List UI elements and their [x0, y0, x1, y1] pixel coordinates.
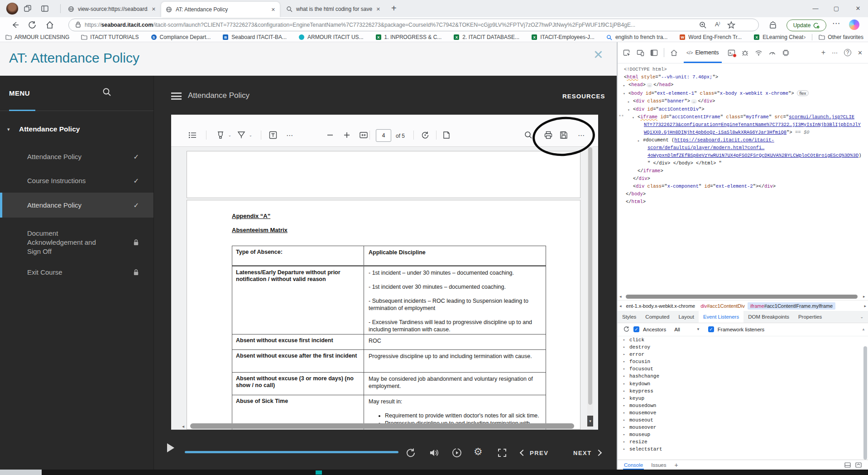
menu-section[interactable]: ▾ Attendance Policy — [0, 123, 153, 138]
fullscreen-icon[interactable] — [497, 448, 507, 458]
settings-dots-icon[interactable]: ⋯ — [832, 19, 841, 28]
bookmark-item[interactable]: ARMOUR ITACIT US... — [298, 34, 364, 40]
drawer-layout-icon[interactable] — [844, 462, 851, 468]
zoom-in-icon[interactable] — [342, 130, 352, 140]
read-aloud-icon[interactable]: A) — [715, 21, 720, 29]
framework-listeners-checkbox[interactable]: ✓ — [708, 326, 714, 332]
chevron-down-icon[interactable]: ⌄ — [249, 133, 252, 137]
bookmark-item[interactable]: XELearning Cheat Sh... — [753, 34, 804, 40]
sidebar-item[interactable]: Document Acknowledgement and Sign Off — [0, 224, 153, 261]
collections-icon[interactable] — [768, 20, 777, 29]
event-listener-row[interactable]: ▸keyup — [618, 395, 862, 402]
browser-tab[interactable]: AT: Attendance Policy✕ — [161, 2, 280, 17]
inspect-icon[interactable] — [623, 49, 631, 57]
close-window-button[interactable]: ✕ — [851, 4, 865, 14]
pdf-search-icon[interactable] — [523, 130, 533, 140]
expander-closed-icon[interactable]: ▸ — [623, 409, 625, 417]
expander-closed-icon[interactable]: ▸ — [623, 365, 625, 373]
dom-tree-line[interactable]: ▸<head>…</head> — [618, 81, 868, 89]
expander-closed-icon[interactable]: ▸ — [638, 137, 640, 145]
dom-tree-line[interactable]: </html> — [618, 198, 868, 206]
sidebar-item[interactable]: Attendance Policy✓ — [0, 145, 153, 169]
event-listener-row[interactable]: ▸mousemove — [618, 409, 862, 417]
breadcrumb-div[interactable]: div#acc1ContentDiv — [698, 302, 748, 310]
draw-pen-icon[interactable] — [236, 130, 246, 140]
bookmark-item[interactable]: ITACIT TUTORIALS — [81, 34, 139, 40]
all-dropdown[interactable]: All — [674, 327, 680, 332]
issues-drawer-tab[interactable]: Issues — [651, 462, 666, 468]
pane-tab-styles[interactable]: Styles — [618, 311, 641, 323]
play-button[interactable] — [164, 442, 176, 454]
copilot-icon[interactable] — [849, 19, 859, 30]
event-listener-row[interactable]: ▸destroy — [618, 344, 862, 351]
sidebar-item[interactable]: Attendance Policy✓ — [0, 193, 153, 218]
replay-icon[interactable] — [405, 447, 416, 458]
expander-closed-icon[interactable]: ▸ — [623, 424, 625, 431]
maximize-button[interactable]: ▢ — [830, 4, 843, 14]
home-icon[interactable] — [45, 20, 54, 29]
update-button[interactable]: Update — [786, 19, 826, 31]
dom-tree-line[interactable]: </iframe> — [618, 167, 868, 175]
event-listener-row[interactable]: ▸mouseover — [618, 424, 862, 431]
event-listener-row[interactable]: ▸mouseup — [618, 431, 862, 438]
address-bar[interactable]: https://seaboard.itacit.com/itacit-scorm… — [68, 19, 759, 31]
breadcrumb-right-arrow[interactable]: ▸ — [862, 304, 868, 308]
network-wifi-icon[interactable] — [755, 49, 762, 57]
bookmark-item[interactable]: ARMOUR LICENSING — [5, 34, 69, 40]
activity-bar-icon[interactable] — [650, 49, 658, 57]
progress-bar[interactable] — [185, 451, 398, 453]
settings-gear-icon[interactable]: ⚙ — [474, 446, 483, 457]
pane-tab-dom-breakpoints[interactable]: DOM Breakpoints — [743, 311, 794, 323]
event-listener-row[interactable]: ▸error — [618, 351, 862, 358]
back-icon[interactable] — [11, 20, 20, 29]
rotate-icon[interactable] — [420, 130, 430, 140]
dom-tree-line[interactable]: ▾<div id="acc1ContentDiv"> — [618, 106, 868, 113]
close-devtools-button[interactable]: ✕ — [858, 49, 863, 56]
dom-tree-line[interactable]: 4oWypxnDlmfZEfBSp8eVzYwRU1N7UX4pFSO2FSrQ… — [618, 152, 868, 160]
welcome-home-icon[interactable] — [670, 49, 678, 57]
add-text-icon[interactable] — [268, 130, 278, 140]
more-tools-icon[interactable]: ⋯ — [286, 131, 296, 141]
menu-search-icon[interactable] — [102, 87, 111, 97]
expander-closed-icon[interactable]: ▸ — [623, 82, 625, 89]
chevron-down-icon[interactable]: ⌄ — [860, 311, 868, 323]
event-listener-row[interactable]: ▸selectstart — [618, 446, 862, 453]
chevron-down-icon[interactable]: ⌄ — [228, 133, 231, 137]
console-tab-icon[interactable] — [728, 49, 735, 57]
zoom-icon[interactable] — [699, 21, 707, 29]
dom-tree-line[interactable]: NT=773226273&configuration=EngineTenantN… — [618, 121, 868, 129]
expander-closed-icon[interactable]: ▸ — [623, 336, 625, 344]
event-listener-row[interactable]: ▸click — [618, 336, 862, 344]
dom-tree-line[interactable]: ▾<body id="ext-element-1" class="x-body … — [618, 89, 868, 97]
expander-closed-icon[interactable]: ▸ — [623, 373, 625, 380]
event-listener-row[interactable]: ▸keypress — [618, 388, 862, 395]
elements-tab[interactable]: </> Elements — [684, 42, 722, 63]
device-emulation-icon[interactable] — [637, 49, 644, 57]
event-listener-row[interactable]: ▸mouseout — [618, 417, 862, 424]
browser-tab[interactable]: view-source:https://seaboard.itaci✕ — [63, 2, 160, 16]
bookmark-item[interactable]: X2. ITACIT DATABASE... — [453, 34, 519, 40]
drawer-expand-icon[interactable] — [855, 462, 862, 468]
bookmark-item[interactable]: SCompliance Depart... — [151, 34, 211, 40]
fit-to-width-icon[interactable] — [359, 130, 369, 140]
tab-close-icon[interactable]: ✕ — [376, 6, 380, 12]
workspaces-icon[interactable] — [24, 5, 32, 13]
url-text[interactable]: https://seaboard.itacit.com/itacit-scorm… — [85, 22, 696, 28]
refresh-listeners-icon[interactable] — [623, 326, 630, 333]
minimize-button[interactable]: — — [809, 4, 822, 14]
new-tab-button[interactable]: + — [391, 4, 397, 13]
performance-icon[interactable] — [768, 49, 776, 57]
resources-button[interactable]: RESOURCES — [562, 93, 605, 100]
page-view-icon[interactable] — [442, 130, 452, 140]
dropdown-arrow-icon[interactable]: ▼ — [696, 327, 700, 331]
expander-closed-icon[interactable]: ▸ — [623, 351, 625, 358]
dom-tree-line[interactable]: scorm/defaultui/player/modern.html?confi… — [618, 144, 868, 152]
scroll-left-arrow[interactable]: ◂ — [619, 294, 622, 299]
taskbar-item[interactable] — [0, 470, 42, 475]
more-tabs-button[interactable]: + — [821, 48, 825, 57]
event-listener-row[interactable]: ▸resize — [618, 438, 862, 446]
sidebar-item[interactable]: Exit Course — [0, 261, 153, 284]
expander-closed-icon[interactable]: ▸ — [623, 344, 625, 351]
breadcrumb-left-arrow[interactable]: ◂ — [618, 304, 623, 308]
expander-closed-icon[interactable]: ▸ — [623, 438, 625, 446]
